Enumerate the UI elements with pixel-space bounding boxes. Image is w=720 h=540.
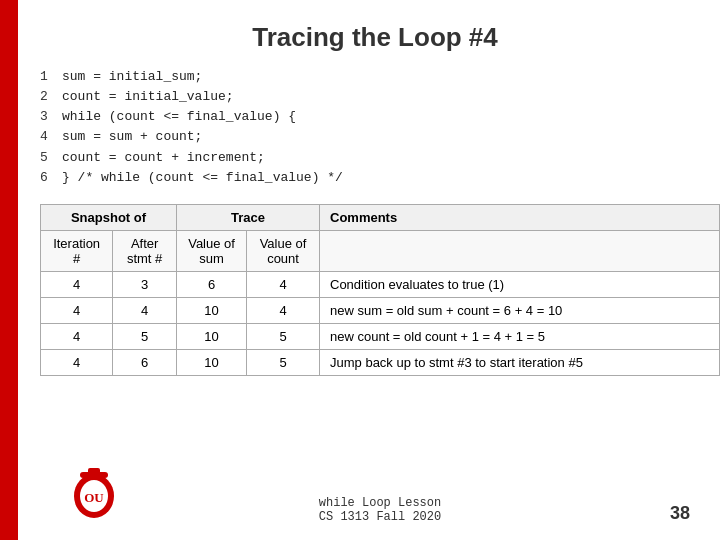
comments-header: Comments <box>320 204 720 230</box>
line-number: 2 <box>40 87 62 107</box>
code-line: 1sum = initial_sum; <box>40 67 720 87</box>
after-stmt-subheader: After stmt # <box>113 230 177 271</box>
value-count-cell: 4 <box>247 271 320 297</box>
footer-text: while Loop Lesson CS 1313 Fall 2020 <box>319 496 441 524</box>
comment-cell: new sum = old sum + count = 6 + 4 = 10 <box>320 297 720 323</box>
svg-rect-4 <box>88 468 100 476</box>
code-line: 6} /* while (count <= final_value) */ <box>40 168 720 188</box>
left-accent-bar <box>0 0 18 540</box>
table-row: 4 4 10 4 new sum = old sum + count = 6 +… <box>41 297 720 323</box>
line-text: } /* while (count <= final_value) */ <box>62 168 720 188</box>
line-number: 6 <box>40 168 62 188</box>
code-line: 5 count = count + increment; <box>40 148 720 168</box>
footer-course: while Loop Lesson <box>319 496 441 510</box>
content-area: Tracing the Loop #4 1sum = initial_sum;2… <box>30 0 720 540</box>
line-text: count = initial_value; <box>62 87 720 107</box>
footer-term: CS 1313 Fall 2020 <box>319 510 441 524</box>
table-row: 4 5 10 5 new count = old count + 1 = 4 +… <box>41 323 720 349</box>
slide: Tracing the Loop #4 1sum = initial_sum;2… <box>0 0 720 540</box>
code-line: 2count = initial_value; <box>40 87 720 107</box>
comment-cell: Jump back up to stmt #3 to start iterati… <box>320 349 720 375</box>
comment-cell: Condition evaluates to true (1) <box>320 271 720 297</box>
ou-logo-icon: OU <box>70 468 118 520</box>
code-line: 3while (count <= final_value) { <box>40 107 720 127</box>
iteration-cell: 4 <box>41 349 113 375</box>
trace-table: Snapshot of Trace Comments Iteration # A… <box>40 204 720 376</box>
line-number: 4 <box>40 127 62 147</box>
slide-title: Tracing the Loop #4 <box>30 0 720 67</box>
value-sum-cell: 10 <box>177 297 247 323</box>
table-row: 4 3 6 4 Condition evaluates to true (1) <box>41 271 720 297</box>
after-stmt-cell: 5 <box>113 323 177 349</box>
iteration-cell: 4 <box>41 323 113 349</box>
line-text: while (count <= final_value) { <box>62 107 720 127</box>
value-sum-cell: 6 <box>177 271 247 297</box>
comment-cell: new count = old count + 1 = 4 + 1 = 5 <box>320 323 720 349</box>
line-number: 5 <box>40 148 62 168</box>
after-stmt-cell: 3 <box>113 271 177 297</box>
line-number: 1 <box>40 67 62 87</box>
trace-header: Trace <box>177 204 320 230</box>
table-body: 4 3 6 4 Condition evaluates to true (1) … <box>41 271 720 375</box>
footer: OU while Loop Lesson CS 1313 Fall 2020 3… <box>60 496 700 524</box>
value-sum-subheader: Value of sum <box>177 230 247 271</box>
after-stmt-cell: 4 <box>113 297 177 323</box>
iteration-subheader: Iteration # <box>41 230 113 271</box>
table-container: Snapshot of Trace Comments Iteration # A… <box>40 204 700 376</box>
line-number: 3 <box>40 107 62 127</box>
snapshot-header: Snapshot of <box>41 204 177 230</box>
iteration-cell: 4 <box>41 271 113 297</box>
svg-text:OU: OU <box>84 490 104 505</box>
value-count-cell: 4 <box>247 297 320 323</box>
line-text: sum = initial_sum; <box>62 67 720 87</box>
after-stmt-cell: 6 <box>113 349 177 375</box>
table-row: 4 6 10 5 Jump back up to stmt #3 to star… <box>41 349 720 375</box>
value-count-cell: 5 <box>247 323 320 349</box>
comments-subheader-blank <box>320 230 720 271</box>
value-sum-cell: 10 <box>177 349 247 375</box>
line-text: count = count + increment; <box>62 148 720 168</box>
value-count-cell: 5 <box>247 349 320 375</box>
ou-logo-container: OU <box>70 468 118 524</box>
page-number: 38 <box>670 503 690 524</box>
code-line: 4 sum = sum + count; <box>40 127 720 147</box>
code-block: 1sum = initial_sum;2count = initial_valu… <box>40 67 720 188</box>
line-text: sum = sum + count; <box>62 127 720 147</box>
value-sum-cell: 10 <box>177 323 247 349</box>
value-count-subheader: Value of count <box>247 230 320 271</box>
iteration-cell: 4 <box>41 297 113 323</box>
